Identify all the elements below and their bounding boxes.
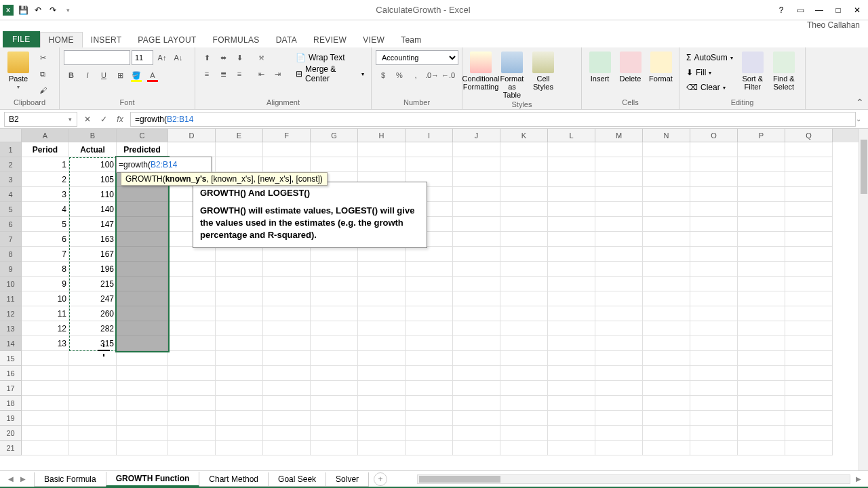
cell[interactable]: 215 [69,277,117,291]
cell[interactable] [548,291,595,306]
cell[interactable] [643,381,690,396]
cell[interactable] [643,187,690,202]
cell[interactable] [785,441,833,455]
cell[interactable] [216,381,263,396]
font-name-input[interactable] [64,50,130,65]
cell[interactable] [311,277,358,291]
cell[interactable] [785,202,833,217]
cell[interactable]: 4 [22,202,69,217]
row-header[interactable]: 15 [0,351,22,366]
cell[interactable] [453,247,500,262]
cell[interactable] [311,441,358,455]
cell[interactable] [453,232,500,247]
cell[interactable] [168,351,216,366]
align-center-icon[interactable]: ≣ [216,66,231,81]
cell[interactable] [785,172,833,187]
tab-file[interactable]: FILE [3,31,40,47]
cell[interactable] [595,217,643,232]
cell[interactable] [690,247,738,262]
cell[interactable] [548,262,595,277]
cell[interactable] [263,262,311,277]
cell[interactable] [216,142,263,157]
cell[interactable] [453,187,500,202]
cell[interactable] [453,381,500,396]
help-icon[interactable]: ? [773,3,789,17]
cell[interactable] [453,411,500,426]
cell[interactable] [311,351,358,366]
cell[interactable] [69,381,117,396]
row-header[interactable]: 5 [0,202,22,217]
cell[interactable] [358,396,406,411]
cell[interactable] [168,396,216,411]
cell[interactable] [500,351,548,366]
cell[interactable] [22,366,69,381]
cell[interactable] [500,142,548,157]
cell[interactable] [406,351,453,366]
cell[interactable] [595,321,643,336]
cell[interactable] [358,262,406,277]
cell[interactable] [216,396,263,411]
cell[interactable] [785,217,833,232]
cell[interactable] [548,381,595,396]
cell[interactable] [69,366,117,381]
cell[interactable] [548,306,595,321]
select-all-corner[interactable] [0,129,22,142]
cell[interactable]: 10 [22,291,69,306]
cell[interactable] [406,157,453,172]
sheet-tab[interactable]: Solver [326,472,369,487]
cell[interactable] [548,157,595,172]
cell[interactable] [453,441,500,455]
cell[interactable] [117,381,168,396]
cell[interactable] [738,306,785,321]
cell[interactable] [595,157,643,172]
cell[interactable] [643,262,690,277]
undo-icon[interactable]: ↶ [33,5,43,16]
cell[interactable] [22,426,69,441]
cell[interactable] [738,366,785,381]
cell[interactable] [358,142,406,157]
name-box-dropdown-icon[interactable]: ▾ [64,114,75,125]
conditional-formatting-button[interactable]: Conditional Formatting [467,50,495,92]
cell[interactable] [643,321,690,336]
cell[interactable] [595,381,643,396]
delete-cells-button[interactable]: Delete [616,50,644,84]
cell[interactable] [263,426,311,441]
cell[interactable] [406,336,453,351]
cell[interactable] [548,426,595,441]
cell[interactable] [453,426,500,441]
cell[interactable] [738,426,785,441]
cell[interactable] [263,336,311,351]
horizontal-scrollbar[interactable] [417,474,850,484]
cell[interactable]: 105 [69,172,117,187]
cell[interactable] [500,411,548,426]
cell-header[interactable]: Actual [69,142,117,157]
maximize-icon[interactable]: □ [830,3,846,17]
bold-button[interactable]: B [64,68,79,83]
orientation-icon[interactable]: ⤧ [254,50,269,65]
cell[interactable] [785,321,833,336]
cell[interactable] [263,381,311,396]
cell[interactable] [216,441,263,455]
cell[interactable] [311,247,358,262]
sheet-tab[interactable]: GROWTH Function [106,472,200,487]
cell[interactable] [168,441,216,455]
cell[interactable] [595,441,643,455]
cell[interactable] [690,202,738,217]
cell-header[interactable]: Predicted [117,142,168,157]
decrease-decimal-icon[interactable]: ←.0 [441,68,456,83]
cell[interactable] [453,351,500,366]
sheet-nav-prev-icon[interactable]: ◀ [5,474,16,485]
cell[interactable] [117,217,168,232]
accounting-format-icon[interactable]: $ [376,68,391,83]
increase-font-icon[interactable]: A↑ [155,50,170,65]
cell[interactable] [69,411,117,426]
row-header[interactable]: 9 [0,262,22,277]
cell[interactable] [358,351,406,366]
cell[interactable] [358,321,406,336]
cell[interactable] [595,336,643,351]
cell[interactable] [406,426,453,441]
minimize-icon[interactable]: — [811,3,827,17]
cell[interactable] [643,247,690,262]
column-header[interactable]: J [453,129,500,142]
cell[interactable] [358,247,406,262]
